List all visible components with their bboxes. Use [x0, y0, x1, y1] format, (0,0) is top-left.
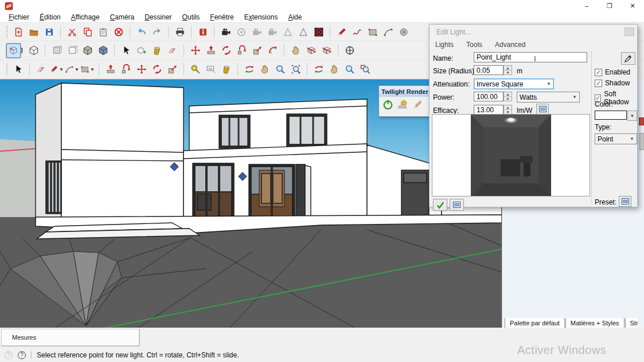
dialog-close-button[interactable]: [625, 27, 634, 36]
render-scene-button[interactable]: [218, 25, 233, 39]
menu-camera[interactable]: Caméra: [105, 12, 140, 22]
twilight-toolbar-title[interactable]: Twilight Render V: [379, 86, 429, 97]
tape-measure-tool-button[interactable]: [188, 62, 202, 77]
follow-me-tool-button[interactable]: [119, 62, 133, 77]
style-hidden-line-button[interactable]: [80, 44, 95, 58]
preset-button[interactable]: [619, 196, 631, 207]
rotate-tool-button[interactable]: [150, 62, 164, 77]
menu-extensions[interactable]: Extensions: [239, 12, 283, 22]
name-input[interactable]: Point_Light: [474, 52, 587, 62]
model-info-button[interactable]: [196, 25, 210, 39]
new-model-button[interactable]: [11, 25, 25, 39]
move-tool-button[interactable]: [188, 44, 202, 58]
twilight-render-start-button[interactable]: [383, 99, 393, 112]
menu-affichage[interactable]: Affichage: [66, 12, 105, 22]
pan-tool-2-button[interactable]: [327, 62, 341, 77]
shape-tool-button[interactable]: ▼: [80, 62, 95, 77]
scale-tool-button[interactable]: [165, 62, 179, 77]
twilight-render-toolbar[interactable]: Twilight Render V: [378, 85, 430, 117]
push-pull-tool-button[interactable]: [103, 62, 118, 77]
geolocation-icon[interactable]: ?: [5, 351, 13, 359]
undo-button[interactable]: [134, 25, 149, 39]
style-wire-cube-button[interactable]: [26, 44, 41, 58]
render-region-button[interactable]: [280, 25, 295, 39]
rotate-tool-button[interactable]: [219, 44, 233, 58]
section-plane-tool-button[interactable]: [304, 44, 318, 58]
print-button[interactable]: [173, 25, 187, 39]
efficacy-input[interactable]: 13.00: [474, 105, 504, 115]
rectangle-tool-button[interactable]: [365, 25, 380, 39]
help-icon[interactable]: ?: [18, 351, 26, 359]
chevron-down-icon[interactable]: ▼: [75, 67, 79, 72]
stop-render-button[interactable]: [311, 25, 326, 39]
color-dropdown-button[interactable]: ▼: [627, 111, 637, 121]
size-spinner[interactable]: ▲▼: [504, 65, 512, 75]
dialog-tab-tools[interactable]: Tools: [466, 41, 482, 49]
photometric-data-button[interactable]: [536, 104, 549, 115]
orbit-tool-2-button[interactable]: [311, 62, 326, 77]
render-batch-button[interactable]: [249, 25, 264, 39]
menu-fichier[interactable]: Fichier: [3, 12, 34, 22]
eraser-tool-button[interactable]: [34, 62, 48, 77]
axes-tool-button[interactable]: [342, 44, 357, 58]
follow-me-tool-button[interactable]: [235, 44, 249, 58]
twilight-material-edit-button[interactable]: [412, 99, 423, 112]
checkbox-shadow[interactable]: ✓Shadow: [595, 79, 637, 87]
line-tool-button[interactable]: ▼: [49, 62, 64, 77]
power-spinner[interactable]: ▲▼: [504, 92, 512, 101]
paint-bucket-button[interactable]: [219, 62, 233, 77]
arc-tool-button[interactable]: ▼: [65, 62, 79, 77]
scale-tool-button[interactable]: [250, 44, 264, 58]
paint-bucket-button[interactable]: [150, 44, 164, 58]
orbit-tool-button[interactable]: [242, 62, 256, 77]
apply-button[interactable]: [433, 199, 447, 211]
render-animation-button[interactable]: [265, 25, 279, 39]
select-tool-button[interactable]: [119, 44, 133, 58]
render-disc-button[interactable]: [234, 25, 248, 39]
save-model-button[interactable]: [42, 25, 56, 39]
measurements-box[interactable]: Mesures: [1, 329, 140, 347]
open-model-button[interactable]: [26, 25, 41, 39]
power-unit-select[interactable]: Watts▼: [517, 92, 580, 103]
push-pull-tool-button[interactable]: [204, 44, 218, 58]
checkbox-enabled[interactable]: ✓Enabled: [595, 68, 637, 76]
arc-tool-button[interactable]: [381, 25, 395, 39]
style-xray-button[interactable]: [49, 44, 64, 58]
zoom-tool-2-button[interactable]: [342, 62, 357, 77]
freehand-tool-button[interactable]: [350, 25, 364, 39]
eraser-tool-button[interactable]: [165, 44, 179, 58]
move-tool-button[interactable]: [134, 62, 149, 77]
cut-button[interactable]: [65, 25, 79, 39]
redo-button[interactable]: [150, 25, 164, 39]
checkbox-icon[interactable]: ✓: [595, 69, 602, 76]
walk-tool-button[interactable]: [288, 44, 303, 58]
section-fill-tool-button[interactable]: [319, 44, 334, 58]
offset-tool-button[interactable]: [266, 44, 280, 58]
chevron-down-icon[interactable]: ▼: [90, 67, 95, 72]
twilight-environment-button[interactable]: [397, 99, 408, 112]
zoom-window-tool-button[interactable]: [358, 62, 372, 77]
restore-button[interactable]: ❐: [598, 0, 621, 11]
menu-edition[interactable]: Édition: [34, 12, 66, 22]
dialog-tab-lights[interactable]: Lights: [435, 41, 454, 49]
style-wireframe-button[interactable]: [65, 44, 79, 58]
menu-dessiner[interactable]: Dessiner: [139, 12, 177, 22]
attenuation-select[interactable]: Inverse Square▼: [474, 78, 554, 89]
model-viewport[interactable]: Twilight Render V: [0, 79, 502, 328]
efficacy-spinner[interactable]: ▲▼: [504, 105, 512, 115]
light-type-select[interactable]: Point▼: [595, 133, 637, 144]
section-cut-toggle-button[interactable]: [6, 44, 21, 58]
menu-aide[interactable]: Aide: [283, 12, 307, 22]
erase-button[interactable]: [111, 25, 126, 39]
report-button[interactable]: [450, 199, 464, 211]
close-button[interactable]: ✕: [621, 0, 644, 11]
light-color-swatch[interactable]: [595, 111, 627, 120]
zoom-tool-button[interactable]: [273, 62, 287, 77]
text-tool-button[interactable]: [204, 62, 218, 77]
pan-tool-button[interactable]: [257, 62, 272, 77]
color-picker-button[interactable]: [621, 52, 635, 65]
size-input[interactable]: 0.05: [474, 65, 504, 75]
select-tool-button[interactable]: [11, 62, 25, 77]
dialog-tab-advanced[interactable]: Advanced: [495, 41, 525, 49]
minimize-button[interactable]: –: [575, 0, 598, 11]
